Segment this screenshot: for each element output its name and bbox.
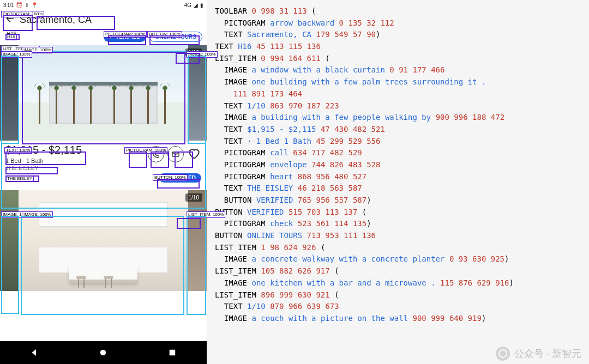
- back-nav-icon[interactable]: [29, 348, 39, 357]
- svg-point-1: [100, 350, 106, 356]
- ann-label: TEXT: 100%: [4, 147, 32, 154]
- ann-label: THE EISLEY: [5, 175, 34, 182]
- side-image-right: [188, 190, 207, 291]
- photo-carousel[interactable]: 1/10: [0, 45, 207, 141]
- status-time: 3:01: [3, 2, 14, 8]
- listings: 1/10 $1,915 - $2,115 1 Bed · 1 Bath THE …: [0, 45, 207, 341]
- side-image-right: [188, 45, 207, 141]
- upload-icon: ⇧: [25, 2, 29, 8]
- ann-label: PICTOGRAM: 100%: [124, 147, 167, 154]
- main-image: [19, 190, 188, 291]
- battery-icon: ▮: [200, 2, 203, 8]
- photo-carousel[interactable]: 1/10: [0, 190, 207, 291]
- alarm-icon: ⏰: [16, 2, 22, 8]
- signal-icon: ◢: [194, 2, 198, 8]
- ann-label: LIST_ITEM: 100%: [187, 211, 225, 218]
- watermark-text: 公众号 · 新智元: [514, 347, 581, 360]
- annotation-tree: TOOLBAR 0 998 31 113 ( PICTOGRAM arrow b…: [207, 0, 589, 364]
- ann-label: IMAGE: 100%: [187, 51, 218, 58]
- ann-label: H16: [5, 34, 17, 40]
- ann-label: PICTOGRAM: 100%: [1, 11, 44, 17]
- side-image-left: [0, 190, 19, 291]
- location-icon: 📍: [31, 2, 38, 8]
- network-label: 4G: [184, 2, 191, 8]
- wechat-icon: [496, 347, 510, 361]
- svg-rect-2: [170, 350, 176, 356]
- list-item[interactable]: 1/10: [0, 190, 207, 295]
- main-image: [19, 45, 188, 141]
- envelope-icon[interactable]: [167, 146, 184, 162]
- ann-label: BUTTON: 100%: [147, 31, 182, 38]
- recents-nav-icon[interactable]: [167, 348, 177, 357]
- listing-meta: $1,915 - $2,115 1 Bed · 1 Bath THE EISLE…: [0, 141, 207, 173]
- heart-icon[interactable]: [187, 146, 201, 162]
- photo-counter: 1/10: [185, 193, 202, 202]
- phone-screenshot: 3:01 ⏰ ⇧ 📍 4G ◢ ▮ Sacramento, CA H16 ✓ V…: [0, 0, 207, 364]
- watermark: 公众号 · 新智元: [496, 347, 581, 361]
- list-item[interactable]: 1/10 $1,915 - $2,115 1 Bed · 1 Bath THE …: [0, 45, 207, 190]
- home-nav-icon[interactable]: [98, 348, 108, 357]
- beds-baths: 1 Bed · 1 Bath: [5, 157, 148, 164]
- ann-label: IMAGE: 100%: [22, 211, 53, 218]
- ann-label: IMAGE: 100%: [1, 51, 32, 58]
- ann-label: BUTTON: 100%: [153, 174, 188, 181]
- ann-label: PICTOGRAM: 100%: [104, 31, 147, 38]
- status-bar: 3:01 ⏰ ⇧ 📍 4G ◢ ▮: [0, 0, 207, 10]
- property-name: THE EISLEY: [5, 165, 148, 171]
- side-image-left: [0, 45, 19, 141]
- android-navbar: [0, 341, 207, 364]
